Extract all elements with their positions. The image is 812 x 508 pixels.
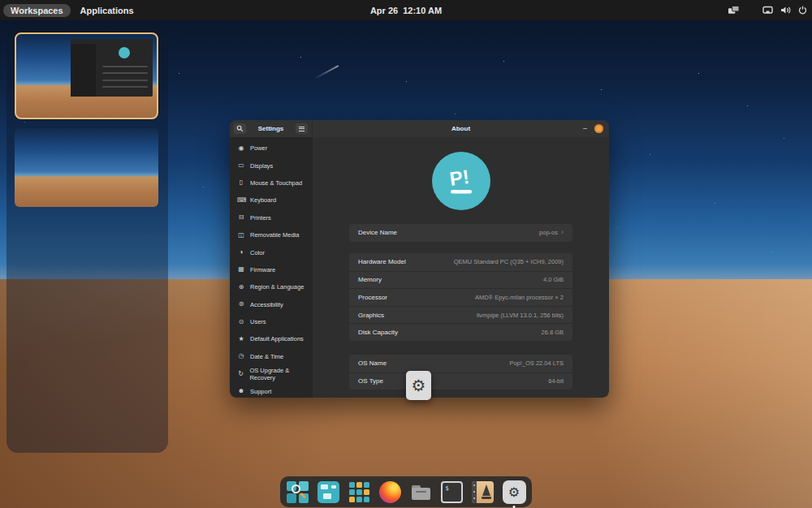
workspace-thumbnail-1[interactable] — [15, 32, 158, 119]
dock-workspaces-icon[interactable] — [317, 481, 339, 503]
applications-menu[interactable]: Applications — [80, 6, 134, 15]
sidebar-item-color[interactable]: ◑ Color — [230, 243, 313, 260]
support-icon: ☻ — [237, 388, 245, 394]
mouse-icon: ▯ — [237, 179, 245, 186]
rocket-icon — [482, 484, 490, 496]
sidebar-item-label: Accessibility — [250, 301, 283, 308]
minimize-button[interactable]: – — [583, 125, 587, 132]
device-name-row[interactable]: Device Name pop-os › — [349, 224, 572, 242]
display-icon[interactable] — [762, 6, 773, 15]
page-title: About — [451, 125, 470, 132]
os-type-row: OS Type 64-bit — [349, 372, 572, 390]
mini-window-sidebar — [71, 44, 95, 97]
sidebar-item-region-language[interactable]: ⊕ Region & Language — [230, 278, 313, 295]
os-info-card: OS Name Pop!_OS 22.04 LTS OS Type 64-bit — [349, 355, 572, 390]
printers-icon: ⊟ — [237, 214, 245, 221]
sidebar-item-os-upgrade-recovery[interactable]: ↻ OS Upgrade & Recovery — [230, 365, 313, 382]
titlebar[interactable]: Settings About – — [230, 120, 609, 137]
sidebar-item-mouse-touchpad[interactable]: ▯ Mouse & Touchpad — [230, 174, 313, 192]
dock-pop-shop-icon[interactable] — [472, 481, 494, 503]
sidebar-item-power[interactable]: ◉ Power — [230, 140, 313, 157]
hamburger-icon — [299, 127, 304, 131]
mini-row — [102, 66, 148, 67]
dock-launcher-icon[interactable] — [287, 481, 309, 503]
settings-drag-ghost[interactable]: ⚙ — [406, 371, 431, 400]
sidebar-item-label: Color — [250, 249, 265, 256]
sidebar-item-label: OS Upgrade & Recovery — [249, 367, 313, 381]
dock-files-icon[interactable] — [410, 481, 432, 503]
mini-row — [102, 72, 148, 74]
workspaces-menu[interactable]: Workspaces — [3, 4, 71, 17]
sidebar-item-label: Region & Language — [250, 283, 304, 291]
sidebar-item-label: Default Applications — [250, 335, 304, 342]
workspace-thumbnail-2[interactable] — [15, 128, 158, 207]
sidebar-item-label: Keyboard — [250, 196, 276, 204]
date-time-icon: ◷ — [237, 353, 245, 359]
row-value: llvmpipe (LLVM 13.0.1, 256 bits) — [477, 312, 564, 319]
hardware-model-row: Hardware Model QEMU Standard PC (Q35 + I… — [349, 253, 572, 271]
power-icon: ◉ — [237, 145, 245, 152]
settings-sidebar: ◉ Power ▭ Displays ▯ Mouse & Touchpad ⌨ … — [230, 137, 313, 398]
sidebar-item-firmware[interactable]: ▦ Firmware — [230, 261, 313, 278]
sidebar-item-default-applications[interactable]: ★ Default Applications — [230, 330, 313, 347]
keyboard-icon: ⌨ — [237, 197, 245, 204]
dock-terminal-icon[interactable]: $ — [441, 481, 463, 503]
gear-icon: ⚙ — [412, 376, 426, 395]
users-icon: ⊙ — [237, 319, 245, 325]
close-button[interactable] — [594, 124, 603, 133]
displays-icon: ▭ — [237, 162, 245, 169]
row-label: Memory — [358, 276, 382, 283]
sidebar-item-displays[interactable]: ▭ Displays — [230, 157, 313, 174]
sidebar-item-support[interactable]: ☻ Support — [230, 382, 313, 398]
chevron-right-icon: › — [561, 229, 564, 236]
dock-settings-icon[interactable]: ⚙ — [503, 480, 526, 504]
sidebar-item-label: Mouse & Touchpad — [250, 179, 302, 187]
os-name-row: OS Name Pop!_OS 22.04 LTS — [349, 355, 572, 372]
memory-row: Memory 4.0 GiB — [349, 271, 572, 289]
power-icon[interactable] — [798, 6, 807, 15]
windows-icon[interactable] — [728, 5, 740, 15]
row-value: QEMU Standard PC (Q35 + ICH9, 2009) — [454, 258, 564, 265]
menu-button[interactable] — [296, 123, 308, 134]
row-label: OS Name — [358, 359, 387, 367]
sidebar-item-label: Displays — [250, 162, 273, 170]
row-label: Hardware Model — [358, 258, 406, 265]
os-upgrade-icon: ↻ — [237, 371, 244, 377]
dock-applications-icon[interactable] — [348, 481, 370, 503]
mini-row — [102, 86, 148, 88]
mini-settings-window — [71, 39, 152, 97]
titlebar-sidebar-section: Settings — [230, 120, 313, 137]
sidebar-item-keyboard[interactable]: ⌨ Keyboard — [230, 192, 313, 209]
region-language-icon: ⊕ — [237, 284, 245, 291]
top-bar: Workspaces Applications Apr 26 12:10 AM — [0, 0, 812, 20]
volume-icon[interactable] — [780, 6, 791, 15]
sidebar-item-printers[interactable]: ⊟ Printers — [230, 209, 313, 226]
row-label: Disk Capacity — [358, 329, 398, 336]
sidebar-item-label: Date & Time — [250, 353, 283, 360]
terminal-prompt: $ — [446, 485, 449, 492]
sidebar-item-label: Firmware — [250, 266, 275, 273]
sidebar-item-accessibility[interactable]: ⊚ Accessibility — [230, 296, 313, 313]
sidebar-item-date-time[interactable]: ◷ Date & Time — [230, 348, 313, 365]
dock-firefox-icon[interactable] — [379, 481, 401, 503]
sidebar-item-label: Printers — [250, 214, 271, 222]
titlebar-main-section: About – — [313, 120, 609, 137]
row-label: Processor — [358, 294, 387, 301]
search-button[interactable] — [234, 123, 246, 134]
workspaces-panel — [6, 24, 168, 453]
sidebar-item-users[interactable]: ⊙ Users — [230, 313, 313, 330]
dock: $ ⚙ — [280, 476, 532, 507]
window-title: Settings — [249, 125, 292, 132]
sidebar-item-removable-media[interactable]: ◫ Removable Media — [230, 226, 313, 243]
accessibility-icon: ⊚ — [237, 301, 245, 308]
mini-pop-logo — [119, 47, 130, 58]
row-value: AMD® Epyc-milan processor × 2 — [475, 294, 564, 301]
row-value: 26.8 GB — [541, 329, 564, 336]
mini-row — [102, 80, 148, 81]
window-body: ◉ Power ▭ Displays ▯ Mouse & Touchpad ⌨ … — [230, 137, 609, 398]
magnifier-icon — [292, 484, 300, 493]
row-value: 64-bit — [548, 377, 564, 385]
processor-row: Processor AMD® Epyc-milan processor × 2 — [349, 288, 572, 306]
sidebar-item-label: Support — [250, 388, 271, 395]
graphics-row: Graphics llvmpipe (LLVM 13.0.1, 256 bits… — [349, 306, 572, 324]
